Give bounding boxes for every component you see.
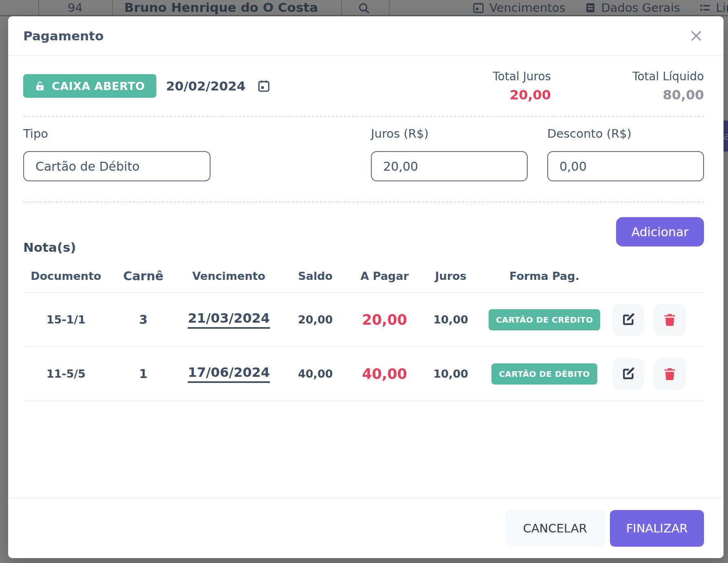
delete-row-button[interactable]	[654, 358, 686, 390]
table-row: 11-5/5 1 17/06/2024 40,00 40,00 10,00 CA…	[23, 347, 704, 401]
dashed-divider	[23, 202, 704, 202]
header-vencimento: Vencimento	[178, 270, 280, 282]
add-note-button[interactable]: Adicionar	[616, 217, 704, 246]
cancel-button[interactable]: CANCELAR	[505, 510, 605, 547]
cell-vencimento: 21/03/2024	[178, 310, 280, 329]
header-saldo: Saldo	[280, 270, 351, 282]
payment-date[interactable]: 20/02/2024	[166, 79, 246, 93]
cell-juros: 10,00	[418, 367, 483, 380]
payment-method-badge: CARTÃO DE DÉBITO	[491, 363, 597, 385]
total-liquido-value: 80,00	[663, 87, 704, 103]
header-carne: Carnê	[109, 269, 178, 283]
summary-row: CAIXA ABERTO 20/02/2024 Total Juros 20,0…	[23, 66, 704, 106]
unlock-icon	[35, 81, 45, 91]
cell-a-pagar: 40,00	[351, 366, 418, 382]
table-row: 15-1/1 3 21/03/2024 20,00 20,00 10,00 CA…	[23, 293, 704, 347]
trash-icon	[662, 312, 677, 327]
juros-field-group: Juros (R$)	[371, 127, 528, 181]
payment-form: Tipo Juros (R$) Desconto (R$)	[23, 127, 704, 181]
tipo-label: Tipo	[23, 127, 211, 141]
due-date-link[interactable]: 17/06/2024	[188, 365, 270, 383]
notes-title: Nota(s)	[23, 240, 76, 255]
payment-method-badge: CARTÃO DE CRÉDITO	[489, 309, 601, 330]
modal-header: Pagamento	[8, 16, 724, 56]
dashed-divider	[23, 116, 704, 117]
summary-left: CAIXA ABERTO 20/02/2024	[23, 74, 272, 98]
delete-row-button[interactable]	[654, 304, 686, 336]
calendar-icon	[257, 79, 271, 93]
header-juros: Juros	[418, 270, 483, 282]
row-actions	[605, 358, 704, 390]
page-title: Pagamento	[23, 29, 103, 43]
edit-row-button[interactable]	[612, 358, 644, 390]
cell-juros: 10,00	[418, 313, 483, 326]
close-icon	[689, 28, 704, 44]
modal-footer: CANCELAR FINALIZAR	[8, 498, 724, 558]
desconto-label: Desconto (R$)	[547, 127, 704, 141]
header-documento: Documento	[23, 270, 109, 282]
desconto-field-group: Desconto (R$)	[547, 127, 704, 181]
total-juros-block: Total Juros 20,00	[493, 70, 551, 103]
cell-documento: 11-5/5	[23, 367, 109, 380]
total-liquido-block: Total Líquido 80,00	[632, 70, 704, 103]
cell-saldo: 40,00	[280, 367, 351, 380]
cell-documento: 15-1/1	[23, 313, 109, 326]
desconto-input[interactable]	[547, 151, 704, 181]
due-date-link[interactable]: 21/03/2024	[188, 310, 270, 329]
status-badge: CAIXA ABERTO	[23, 74, 156, 98]
cell-a-pagar: 20,00	[351, 312, 418, 328]
date-picker-button[interactable]	[255, 77, 272, 95]
cell-vencimento: 17/06/2024	[178, 365, 280, 383]
totals: Total Juros 20,00 Total Líquido 80,00	[493, 70, 704, 103]
close-button[interactable]	[686, 26, 706, 46]
edit-icon	[621, 366, 636, 382]
modal-body: CAIXA ABERTO 20/02/2024 Total Juros 20,0…	[8, 56, 724, 498]
notes-table: Documento Carnê Vencimento Saldo A Pagar…	[23, 260, 704, 401]
finalize-button[interactable]: FINALIZAR	[610, 510, 704, 547]
tipo-input[interactable]	[23, 151, 211, 181]
juros-input[interactable]	[371, 151, 528, 181]
total-juros-label: Total Juros	[493, 70, 551, 83]
trash-icon	[662, 367, 677, 381]
row-actions	[605, 304, 704, 336]
cell-forma-pag: CARTÃO DE CRÉDITO	[483, 309, 605, 330]
payment-modal: Pagamento CAIXA ABERTO 20/02/2024	[8, 16, 724, 558]
total-liquido-label: Total Líquido	[632, 70, 704, 83]
cell-saldo: 20,00	[280, 313, 351, 326]
cell-carne: 1	[109, 367, 178, 381]
total-juros-value: 20,00	[510, 87, 551, 103]
tipo-field-group: Tipo	[23, 127, 211, 181]
juros-label: Juros (R$)	[371, 127, 528, 141]
cell-forma-pag: CARTÃO DE DÉBITO	[483, 363, 605, 385]
edit-icon	[621, 312, 636, 328]
status-badge-label: CAIXA ABERTO	[52, 80, 145, 92]
notes-header: Nota(s) Adicionar	[23, 217, 704, 255]
table-header-row: Documento Carnê Vencimento Saldo A Pagar…	[23, 260, 704, 293]
cell-carne: 3	[109, 312, 178, 327]
header-a-pagar: A Pagar	[351, 270, 418, 282]
edit-row-button[interactable]	[612, 304, 644, 336]
header-forma-pag: Forma Pag.	[483, 270, 605, 282]
